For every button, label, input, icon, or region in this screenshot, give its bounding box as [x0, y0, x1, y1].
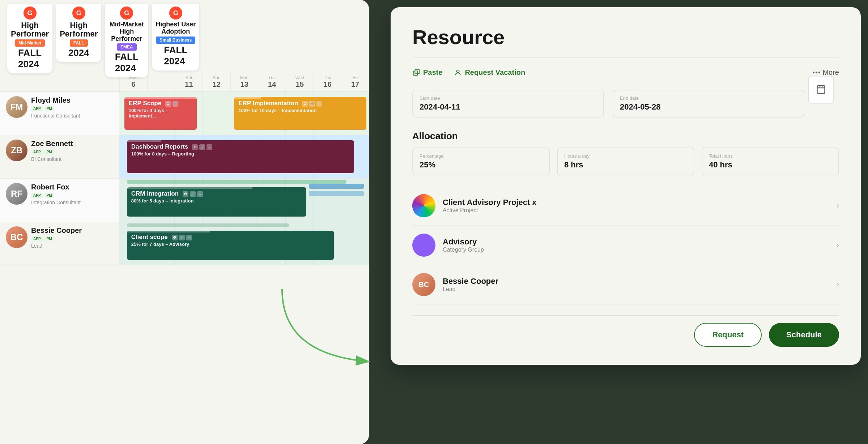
g2-logo-4: G [169, 7, 182, 20]
bessie-tags: APP PM [31, 236, 114, 242]
crm-bar[interactable]: CRM Integration ⏱ 🔗 ↔ 80% for 5 days – I… [127, 187, 307, 217]
floyd-info: FM Floyd Miles APP PM Functional Consult… [0, 92, 119, 135]
panel-footer: Request Schedule [412, 315, 839, 347]
end-date-label: End date [620, 95, 797, 101]
svg-rect-1 [415, 69, 419, 73]
bessie-gantt: Client scope ⏱ 🔗 ↔ 25% for 7 days – Advi… [119, 222, 369, 265]
dashboard-icons: ⏱ 🔗 ↔ [192, 144, 212, 150]
badge-2-year: 2024 [68, 47, 89, 59]
erp-impl-bar[interactable]: ERP Implementation ⏱ 🔗 ↔ 100% for 10 day… [234, 97, 366, 130]
floyd-avatar: FM [6, 96, 27, 118]
svg-point-3 [457, 70, 459, 72]
project-chevron-icon: › [837, 201, 839, 210]
robert-info: RF Robert Fox APP PM Integration Consult… [0, 179, 119, 222]
start-date-field[interactable]: Start date 2024-04-11 [412, 90, 604, 118]
day-sat11: Sat 11 [175, 72, 203, 91]
badge-3-year: FALL2024 [115, 51, 139, 74]
floyd-tag-app: APP [31, 106, 43, 111]
zoe-gantt: Dashboard Reports ⏱ 🔗 ↔ 100% for 8 days … [119, 135, 369, 178]
end-date-field[interactable]: End date 2024-05-28 [613, 90, 804, 118]
project-card[interactable]: Client Advisory Project x Active Project… [412, 186, 839, 226]
zoe-role: BI Consultant [31, 156, 114, 162]
person-chevron-icon: › [837, 280, 839, 289]
day-mon13: Mon 13 [230, 72, 258, 91]
robert-avatar: RF [6, 183, 27, 205]
bessie-info: BC Bessie Cooper APP PM Lead [0, 222, 119, 265]
bessie-name: Bessie Cooper [31, 226, 114, 235]
erp-scope-bar[interactable]: ERP Scope ⏱ 🔗 100% for 4 days – Implemen… [124, 97, 197, 130]
badge-1: G HighPerformer Mid-Market FALL2024 [7, 4, 52, 73]
advisory-card[interactable]: Advisory Category Group › [412, 226, 839, 265]
allocation-title: Allocation [412, 131, 839, 142]
zoe-name-area: Zoe Bennett APP PM BI Consultant [31, 140, 114, 162]
crm-icons: ⏱ 🔗 ↔ [183, 191, 203, 197]
person-name: Bessie Cooper [443, 277, 829, 286]
badge-1-tag: Mid-Market [15, 39, 45, 47]
advisory-avatar [412, 234, 435, 257]
request-vacation-button[interactable]: Request Vacation [454, 68, 525, 77]
person-role: Lead [443, 286, 829, 293]
badge-3-title: Mid-MarketHighPerformer [110, 21, 144, 42]
badge-3: G Mid-MarketHighPerformer EMEA FALL2024 [105, 4, 148, 77]
resource-row-robert: RF Robert Fox APP PM Integration Consult… [0, 179, 369, 222]
hours-label: Hours a day [564, 153, 687, 159]
project-name: Client Advisory Project x [443, 198, 829, 207]
crm-sub: 80% for 5 days – Integration [131, 198, 302, 204]
dashboard-sub: 100% for 8 days – Reporting [131, 151, 350, 157]
zoe-tag-app: APP [31, 149, 43, 155]
resource-row-zoe: ZB Zoe Bennett APP PM BI Consultant Dash… [0, 135, 369, 179]
badge-1-title: HighPerformer [11, 21, 49, 38]
paste-button[interactable]: Paste [412, 68, 442, 77]
more-dots-icon [813, 72, 820, 73]
client-scope-sub: 25% for 7 days – Advisory [131, 242, 330, 247]
svg-rect-4 [817, 86, 825, 93]
panel-divider [412, 57, 839, 58]
robert-tag-app: APP [31, 193, 43, 198]
percentage-field[interactable]: Percentage 25% [412, 148, 550, 175]
calendar-icon [816, 84, 826, 94]
badge-2-tag: FALL [70, 39, 88, 47]
floyd-name-area: Floyd Miles APP PM Functional Consultant [31, 96, 114, 119]
bessie-name-area: Bessie Cooper APP PM Lead [31, 226, 114, 249]
badge-4-year: FALL2024 [164, 44, 187, 67]
badge-3-tag: EMEA [117, 43, 137, 51]
percentage-value: 25% [420, 160, 542, 170]
hours-field[interactable]: Hours a day 8 hrs [557, 148, 694, 175]
client-scope-bar[interactable]: Client scope ⏱ 🔗 ↔ 25% for 7 days – Advi… [127, 231, 334, 260]
project-info: Client Advisory Project x Active Project [443, 198, 829, 214]
resource-row-bessie: BC Bessie Cooper APP PM Lead Client scop… [0, 222, 369, 265]
erp-impl-sub: 100% for 10 days – Implementation [238, 108, 362, 113]
zoe-info: ZB Zoe Bennett APP PM BI Consultant [0, 135, 119, 178]
badges-row: G HighPerformer Mid-Market FALL2024 G Hi… [0, 0, 369, 72]
badge-4-tag: Small Business [156, 37, 195, 44]
panel-actions: Paste Request Vacation More [412, 68, 839, 77]
request-button[interactable]: Request [694, 323, 762, 347]
advisory-sub: Category Group [443, 247, 829, 253]
day-empty [147, 72, 175, 91]
zoe-tags: APP PM [31, 149, 114, 155]
calendar-button[interactable] [808, 76, 834, 104]
robert-name: Robert Fox [31, 183, 114, 191]
robert-gantt: CRM Integration ⏱ 🔗 ↔ 80% for 5 days – I… [119, 179, 369, 222]
schedule-button[interactable]: Schedule [769, 323, 839, 347]
total-hours-field[interactable]: Total Hours 40 hrs [702, 148, 839, 175]
floyd-tag-pm: PM [44, 106, 54, 111]
crm-title: CRM Integration ⏱ 🔗 ↔ [131, 190, 302, 197]
floyd-name: Floyd Miles [31, 96, 114, 104]
floyd-role: Functional Consultant [31, 113, 114, 119]
dashboard-bar[interactable]: Dashboard Reports ⏱ 🔗 ↔ 100% for 8 days … [127, 140, 354, 173]
zoe-name: Zoe Bennett [31, 140, 114, 148]
g2-logo-3: G [120, 7, 133, 20]
badge-2-title: HighPerformer [60, 21, 98, 38]
panel-title: Resource [412, 25, 839, 49]
badge-4-title: Highest UserAdoption [156, 21, 196, 35]
calendar-header: Mon 6 Sat 11 Sun 12 Mon 13 Tue 14 [0, 72, 369, 92]
zoe-avatar: ZB [6, 140, 27, 161]
date-row: Start date 2024-04-11 End date 2024-05-2… [412, 90, 839, 118]
person-card[interactable]: BC Bessie Cooper Lead › [412, 265, 839, 304]
badge-4: G Highest UserAdoption Small Business FA… [152, 4, 199, 71]
total-hours-label: Total Hours [709, 153, 832, 159]
day-sun12: Sun 12 [203, 72, 230, 91]
project-status: Active Project [443, 207, 829, 214]
client-scope-icons: ⏱ 🔗 ↔ [172, 235, 192, 240]
